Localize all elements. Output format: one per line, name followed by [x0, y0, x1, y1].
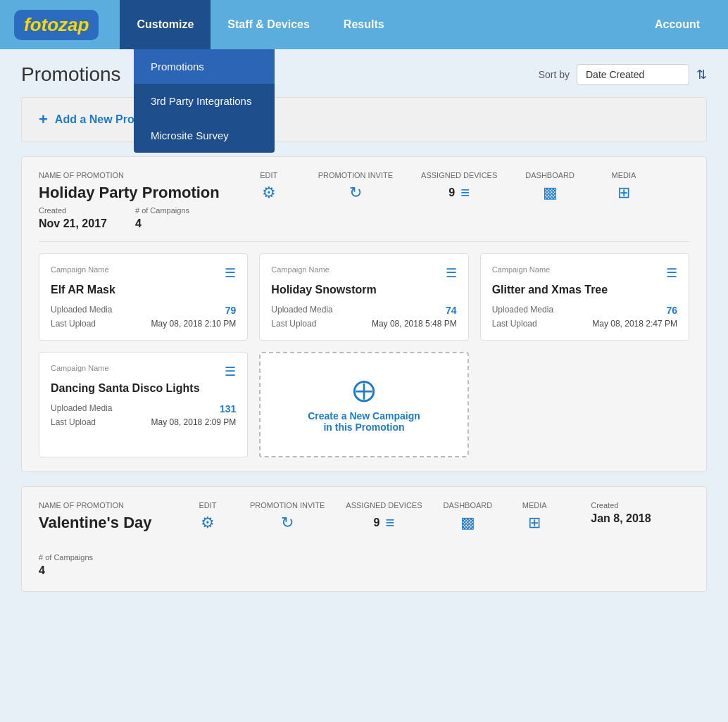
campaign-stat-row-2: Uploaded Media 76 — [492, 305, 677, 316]
campaign-last-label-2: Last Upload — [492, 319, 537, 329]
page-title-row: Promotions Sort by Date Created Name # o… — [21, 63, 707, 86]
promo2-campaigns-count: 4 — [39, 564, 93, 577]
promo2-dashboard-label: Dashboard — [444, 501, 493, 509]
campaign-last-row-2: Last Upload May 08, 2018 2:47 PM — [492, 319, 677, 329]
promo-edit-label: Edit — [260, 171, 277, 179]
promo2-devices-count: 9 — [374, 517, 380, 529]
logo-text: fotozap — [24, 14, 89, 35]
sort-direction-icon[interactable] — [696, 67, 707, 82]
customize-dropdown: Promotions 3rd Party Integrations Micros… — [134, 49, 275, 153]
campaign-name-label-3: Campaign Name — [51, 364, 109, 372]
campaign-name-0: Elf AR Mask — [51, 284, 236, 296]
promo-media-label: Media — [612, 171, 636, 179]
promo2-media-icon[interactable] — [528, 514, 541, 532]
nav-item-customize[interactable]: Customize — [120, 0, 211, 49]
promotion-card-0: Name of Promotion Holiday Party Promotio… — [21, 156, 707, 472]
campaign-uploaded-label-2: Uploaded Media — [492, 305, 553, 316]
campaign-header-0: Campaign Name — [51, 265, 236, 281]
page-title: Promotions — [21, 63, 121, 86]
campaign-menu-icon-1[interactable] — [446, 265, 457, 281]
promo2-edit-label: Edit — [199, 501, 216, 509]
promo2-dashboard-icon[interactable]: ▩ — [460, 514, 475, 532]
campaign-name-1: Holiday Snowstorm — [271, 284, 456, 296]
nav-item-staff[interactable]: Staff & Devices — [211, 0, 327, 49]
campaign-uploaded-count-3: 131 — [220, 403, 236, 414]
promo-media-col: Media — [603, 171, 645, 202]
campaign-last-row-1: Last Upload May 08, 2018 5:48 PM — [271, 319, 456, 329]
campaign-uploaded-label-1: Uploaded Media — [271, 305, 332, 316]
campaign-uploaded-label-0: Uploaded Media — [51, 305, 112, 316]
campaign-header-1: Campaign Name — [271, 265, 456, 281]
promo2-edit-icon[interactable] — [201, 514, 215, 532]
dropdown-item-microsite[interactable]: Microsite Survey — [134, 118, 275, 153]
promo2-name: Valentine's Day — [39, 514, 165, 532]
promo-created-label: Created — [39, 206, 107, 215]
promo2-invite-icon[interactable]: ↻ — [281, 514, 294, 532]
promo2-edit-col: Edit — [187, 501, 229, 532]
promo2-dashboard-col: Dashboard ▩ — [444, 501, 493, 532]
campaign-card-2: Campaign Name Glitter and Xmas Tree Uplo… — [480, 253, 689, 341]
campaign-menu-icon-3[interactable] — [225, 364, 236, 379]
promo2-invite-col: Promotion Invite ↻ — [250, 501, 325, 532]
campaign-last-label-0: Last Upload — [51, 319, 96, 329]
logo[interactable]: fotozap — [14, 10, 99, 40]
nav-account[interactable]: Account — [641, 18, 714, 31]
add-promotion-icon — [39, 110, 48, 129]
promo2-media-col: Media — [513, 501, 556, 532]
campaign-uploaded-count-0: 79 — [225, 305, 237, 316]
campaign-header-2: Campaign Name — [492, 265, 677, 281]
campaign-stat-row-1: Uploaded Media 74 — [271, 305, 456, 316]
campaign-last-value-2: May 08, 2018 2:47 PM — [592, 319, 677, 329]
promo2-name-col: Name of Promotion Valentine's Day — [39, 501, 165, 532]
promotion-card-1: Name of Promotion Valentine's Day Edit P… — [21, 486, 707, 592]
promo-name-label: Name of Promotion — [39, 171, 220, 179]
promo-created-col: Created Nov 21, 2017 — [39, 206, 107, 230]
dropdown-item-promotions[interactable]: Promotions — [134, 49, 275, 84]
promo-name: Holiday Party Promotion — [39, 184, 220, 202]
header: fotozap Customize Staff & Devices Result… — [0, 0, 728, 49]
add-promotion-bar[interactable]: Add a New Promotion — [21, 97, 707, 142]
promo-created-value: Nov 21, 2017 — [39, 217, 107, 230]
campaign-last-label-1: Last Upload — [271, 319, 316, 329]
create-campaign-card[interactable]: ⨁ Create a New Campaignin this Promotion — [259, 352, 468, 457]
promo-invite-icon[interactable]: ↻ — [349, 184, 362, 202]
campaign-name-3: Dancing Santa Disco Lights — [51, 382, 236, 395]
promo-devices-col: Assigned Devices 9 — [421, 171, 497, 202]
sort-select[interactable]: Date Created Name # of Campaigns — [577, 64, 689, 85]
promo2-invite-label: Promotion Invite — [250, 501, 325, 509]
promo-name-col: Name of Promotion Holiday Party Promotio… — [39, 171, 220, 202]
promo2-devices-col: Assigned Devices 9 — [346, 501, 422, 532]
promo-campaigns-count: 4 — [135, 217, 189, 230]
campaign-last-label-3: Last Upload — [51, 417, 96, 427]
promo-media-icon[interactable] — [617, 184, 630, 202]
create-campaign-text: Create a New Campaignin this Promotion — [308, 410, 420, 433]
nav-right: Account — [641, 18, 714, 31]
promo-dashboard-icon[interactable]: ▩ — [543, 184, 558, 202]
sort-row: Sort by Date Created Name # of Campaigns — [539, 64, 707, 85]
promo-divider — [39, 241, 689, 242]
campaign-stat-row-0: Uploaded Media 79 — [51, 305, 236, 316]
promo-campaigns-col: # of Campaigns 4 — [135, 206, 189, 230]
promo2-devices-list-icon[interactable] — [385, 514, 394, 532]
campaign-last-value-3: May 08, 2018 2:09 PM — [151, 417, 237, 427]
promo2-campaigns-col: # of Campaigns 4 — [39, 553, 93, 577]
nav-item-results[interactable]: Results — [327, 0, 401, 49]
campaign-card-1: Campaign Name Holiday Snowstorm Uploaded… — [259, 253, 468, 341]
promo2-created-label: Created — [591, 501, 651, 509]
promo-invite-col: Promotion Invite ↻ — [318, 171, 393, 202]
campaign-card-3: Campaign Name Dancing Santa Disco Lights… — [39, 352, 248, 457]
campaign-name-2: Glitter and Xmas Tree — [492, 284, 677, 296]
promo-edit-icon[interactable] — [262, 184, 276, 202]
campaign-menu-icon-0[interactable] — [225, 265, 236, 281]
promo-devices-list-icon[interactable] — [460, 184, 470, 202]
promo-devices-label: Assigned Devices — [421, 171, 497, 179]
promo2-created-col: Created Jan 8, 2018 — [591, 501, 651, 525]
campaign-grid: Campaign Name Elf AR Mask Uploaded Media… — [39, 253, 689, 457]
dropdown-item-3rd-party[interactable]: 3rd Party Integrations — [134, 84, 275, 118]
campaign-uploaded-count-1: 74 — [446, 305, 457, 316]
main-nav: Customize Staff & Devices Results — [120, 0, 401, 49]
campaign-menu-icon-2[interactable] — [666, 265, 677, 281]
promo2-created-value: Jan 8, 2018 — [591, 512, 651, 525]
campaign-name-label-1: Campaign Name — [271, 265, 330, 274]
promo-edit-col: Edit — [248, 171, 290, 202]
